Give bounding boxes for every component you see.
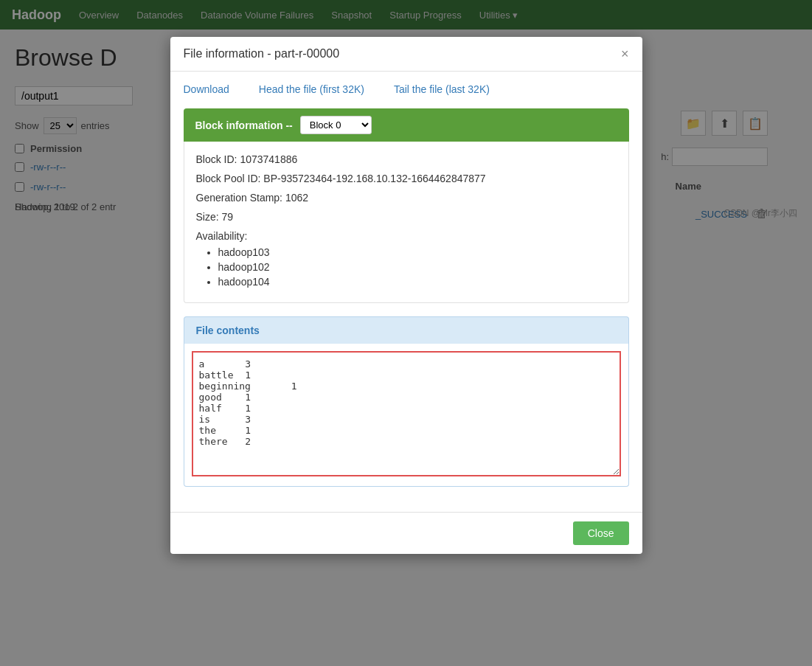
- block-info-label: Block information --: [195, 119, 293, 131]
- pool-id-label: Block Pool ID:: [196, 173, 261, 184]
- size-row: Size: 79: [196, 211, 617, 223]
- file-info-modal: File information - part-r-00000 × Downlo…: [170, 37, 642, 227]
- modal-body: Download Head the file (first 32K) Tail …: [170, 72, 642, 227]
- head-file-link[interactable]: Head the file (first 32K): [259, 83, 364, 95]
- pool-id-value: BP-935723464-192.168.10.132-166446284787…: [263, 173, 485, 184]
- size-label: Size:: [196, 211, 219, 223]
- block-info-section: Block information -- Block 0 Block ID: 1…: [184, 108, 629, 227]
- block-id-label: Block ID:: [196, 153, 237, 165]
- tail-file-link[interactable]: Tail the file (last 32K): [394, 83, 490, 95]
- generation-stamp-label: Generation Stamp:: [196, 192, 283, 204]
- block-info-header: Block information -- Block 0: [184, 108, 629, 142]
- modal-links: Download Head the file (first 32K) Tail …: [184, 83, 629, 95]
- block-id-row: Block ID: 1073741886: [196, 153, 617, 165]
- pool-id-row: Block Pool ID: BP-935723464-192.168.10.1…: [196, 173, 617, 184]
- modal-header: File information - part-r-00000 ×: [170, 37, 642, 72]
- block-info-body: Block ID: 1073741886 Block Pool ID: BP-9…: [184, 142, 629, 227]
- modal-close-button[interactable]: ×: [621, 47, 629, 60]
- generation-stamp-row: Generation Stamp: 1062: [196, 192, 617, 204]
- block-id-value: 1073741886: [240, 153, 297, 165]
- generation-stamp-value: 1062: [285, 192, 308, 204]
- download-link[interactable]: Download: [184, 83, 229, 95]
- block-select[interactable]: Block 0: [300, 116, 372, 134]
- size-value: 79: [222, 211, 234, 223]
- modal-title: File information - part-r-00000: [184, 47, 340, 60]
- modal-overlay: File information - part-r-00000 × Downlo…: [0, 0, 812, 227]
